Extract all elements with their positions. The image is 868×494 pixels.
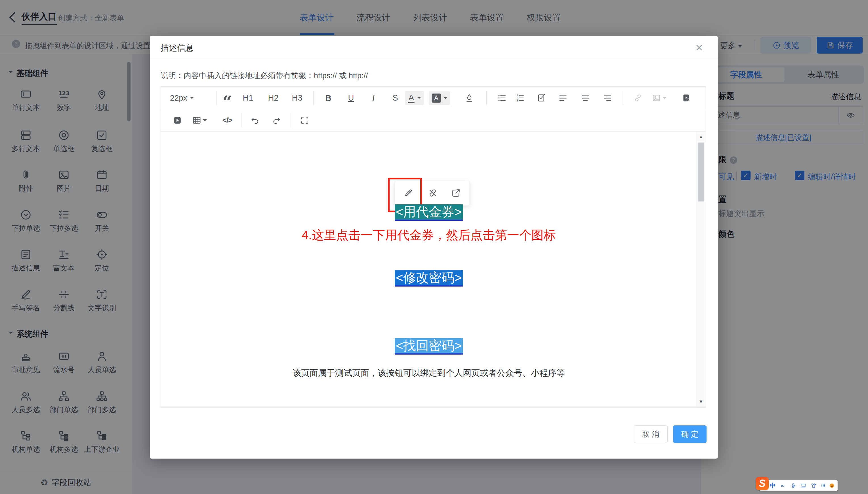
ime-keyboard[interactable] <box>800 480 807 491</box>
unlink-icon[interactable] <box>428 188 438 198</box>
chevron-down-icon <box>417 97 421 101</box>
h1-button[interactable]: H1 <box>242 87 253 109</box>
code-button[interactable]: </> <box>222 109 232 132</box>
toolbar-group-divider <box>486 91 487 105</box>
ol-icon <box>516 93 525 102</box>
description-dialog: 描述信息 × 说明：内容中插入的链接地址必须带有前缀：https:// 或 ht… <box>150 36 718 459</box>
scrollbar-thumb[interactable] <box>698 142 704 202</box>
open-link-icon[interactable] <box>451 188 461 198</box>
dialog-title: 描述信息 <box>161 42 194 54</box>
rich-text-editor[interactable]: <用代金券> 4.这里点击一下用代金券，然后点击第一个图标 <修改密码> <找回… <box>161 131 706 407</box>
ime-emoji[interactable] <box>828 480 835 491</box>
redo-button[interactable] <box>272 109 281 132</box>
chain-icon <box>633 93 643 102</box>
align-left-button[interactable] <box>558 87 568 109</box>
link-button[interactable] <box>633 87 643 109</box>
chevron-down-icon <box>663 97 667 101</box>
blockquote-icon: “ <box>222 98 232 106</box>
change-password-link[interactable]: <修改密码> <box>395 270 463 287</box>
toolbar-group-divider <box>241 113 241 128</box>
bg-color-button[interactable]: A <box>429 87 450 109</box>
app-root: 伙伴入口 创建方式：全新表单 表单设计流程设计列表设计表单设置权限设置 ? 拖拽… <box>0 0 868 494</box>
font-color-button[interactable]: A <box>405 87 424 109</box>
font-size-select[interactable]: 22px <box>170 87 194 109</box>
mic-icon <box>790 483 796 489</box>
chevron-down-icon <box>190 97 194 101</box>
editor-scrollbar[interactable]: ▲ ▼ <box>696 132 705 407</box>
editor-line: <修改密码> <box>161 270 697 287</box>
ime-toolbox[interactable] <box>819 480 827 491</box>
ime-toolbar: S 中 <box>760 480 838 491</box>
task-list-button[interactable] <box>537 87 546 109</box>
sogou-logo[interactable]: S <box>756 477 769 490</box>
link-prefix-note: 说明：内容中插入的链接地址必须带有前缀：https:// 或 http:// <box>161 71 368 81</box>
grid-dots-icon <box>820 483 826 488</box>
chinese-mode-icon: 中 <box>770 482 776 490</box>
font-color-icon: A <box>408 93 415 103</box>
find-password-link[interactable]: <找回密码> <box>395 338 463 355</box>
ul-icon <box>498 93 507 102</box>
toolbar-group-divider <box>216 91 217 105</box>
bg-color-icon: A <box>432 94 441 102</box>
table-button[interactable] <box>192 109 207 132</box>
italic-button[interactable]: I <box>372 87 375 109</box>
droplet-icon <box>465 93 474 102</box>
close-icon[interactable]: × <box>691 40 707 55</box>
divider <box>150 59 718 59</box>
punct-icon <box>780 483 786 488</box>
undo-icon <box>251 116 260 125</box>
clear-format-button[interactable] <box>465 87 474 109</box>
scroll-down-icon[interactable]: ▼ <box>697 399 705 405</box>
coupon-link[interactable]: <用代金券> <box>395 204 463 221</box>
align-right-button[interactable] <box>603 87 612 109</box>
smiley-icon <box>829 483 835 489</box>
editor-line: <用代金券> <box>161 204 697 221</box>
editor-bottom-text: 该页面属于测试页面，该按钮可以绑定到个人网页或者公众号、小程序等 <box>161 367 697 379</box>
undo-button[interactable] <box>251 109 260 132</box>
align-center-button[interactable] <box>581 87 590 109</box>
ime-skin[interactable] <box>810 480 817 491</box>
task-icon <box>537 93 546 102</box>
annotation-red-text: 4.这里点击一下用代金券，然后点击第一个图标 <box>161 227 697 244</box>
ime-voice[interactable] <box>790 480 797 491</box>
video-file-icon <box>682 93 691 102</box>
blockquote-button[interactable]: “ <box>222 87 232 109</box>
chevron-down-icon <box>444 97 448 101</box>
table-icon <box>192 116 201 125</box>
play-square-icon <box>173 116 182 125</box>
toolbar-group-divider <box>313 91 313 105</box>
ime-chinese-mode[interactable]: 中 <box>769 480 776 491</box>
bullet-list-button[interactable] <box>498 87 507 109</box>
h3-button[interactable]: H3 <box>292 87 302 109</box>
fullscreen-button[interactable] <box>300 109 310 132</box>
video-file-button[interactable] <box>682 87 691 109</box>
image-icon <box>652 93 661 102</box>
align-left-icon <box>558 93 568 102</box>
chevron-down-icon <box>203 119 207 123</box>
underline-button[interactable]: U <box>348 87 354 109</box>
ime-punctuation[interactable] <box>779 480 786 491</box>
scroll-up-icon[interactable]: ▲ <box>697 134 705 140</box>
redo-icon <box>272 116 281 125</box>
editor-line: <找回密码> <box>161 338 697 355</box>
editor-toolbar: 22px“H1H2H3BUISAA </> <box>161 87 706 131</box>
image-button[interactable] <box>652 87 667 109</box>
align-right-icon <box>603 93 612 102</box>
h2-button[interactable]: H2 <box>268 87 278 109</box>
fullscreen-icon <box>300 116 310 125</box>
strike-button[interactable]: S <box>393 87 398 109</box>
cancel-button[interactable]: 取 消 <box>634 425 668 443</box>
ordered-list-button[interactable] <box>516 87 525 109</box>
confirm-button[interactable]: 确 定 <box>673 425 707 443</box>
keyboard-icon <box>800 483 807 489</box>
bold-button[interactable]: B <box>325 87 331 109</box>
video-button[interactable] <box>173 109 182 132</box>
tshirt-icon <box>811 483 817 489</box>
align-center-icon <box>581 93 590 102</box>
